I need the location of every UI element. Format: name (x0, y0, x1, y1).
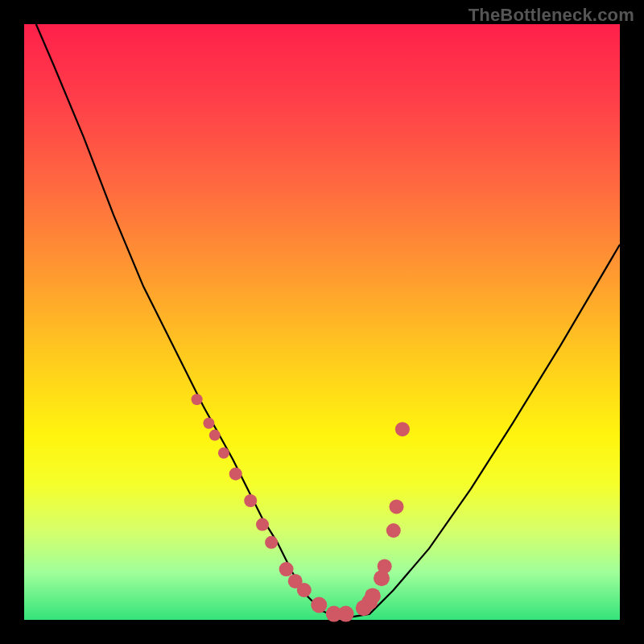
marker-point (229, 468, 242, 481)
marker-point (395, 422, 410, 436)
marker-point (192, 394, 203, 405)
chart-frame: TheBottleneck.com (0, 0, 644, 644)
marker-point (311, 597, 327, 613)
chart-svg (24, 24, 620, 620)
marker-point (378, 559, 392, 573)
marker-point (365, 588, 381, 604)
marker-point (265, 536, 278, 549)
marker-point (390, 499, 404, 514)
markers-group (192, 394, 410, 621)
marker-point (218, 448, 229, 459)
marker-point (203, 418, 214, 429)
marker-point (386, 523, 401, 538)
watermark-text: TheBottleneck.com (469, 5, 634, 26)
marker-point (256, 518, 269, 531)
marker-point (279, 562, 294, 576)
curve-line (36, 24, 620, 617)
marker-point (209, 430, 221, 441)
marker-point (244, 494, 257, 507)
marker-point (338, 606, 354, 622)
marker-point (297, 583, 312, 597)
plot-area (24, 24, 620, 620)
